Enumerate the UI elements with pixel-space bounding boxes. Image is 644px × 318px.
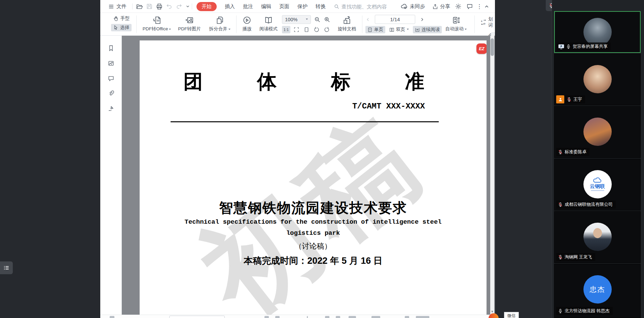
status-bar (100, 315, 495, 318)
word-translate-icon: a中 (480, 19, 487, 25)
collapse-ribbon-icon[interactable] (484, 4, 490, 9)
word-translate-label: 划词 (488, 16, 493, 28)
prev-page-icon[interactable] (365, 17, 371, 22)
tab-protect[interactable]: 保护 (297, 3, 308, 10)
tab-edit[interactable]: 编辑 (261, 3, 271, 10)
participant-tile[interactable]: 忠杰 北方恒达物流园 韩思杰 (554, 264, 641, 318)
participant-name: 王宇 (573, 96, 582, 102)
dropdown-caret-icon (465, 29, 467, 31)
wechat-tooltip: 微信 (504, 312, 519, 318)
search-box[interactable] (334, 0, 392, 13)
split-merge-label: 拆分合并 (209, 26, 227, 32)
auto-scroll-icon (452, 16, 460, 25)
standard-code: T/CAMT XXX-XXXX (352, 102, 425, 111)
sync-status[interactable]: 未同步 (400, 0, 425, 13)
pdf-to-office-button[interactable]: W PDF转Office (140, 14, 174, 34)
statusbar-note-input[interactable] (169, 316, 225, 318)
tab-annotate[interactable]: 批注 (243, 3, 253, 10)
print-icon[interactable] (156, 3, 163, 10)
signature-panel-icon[interactable] (107, 105, 115, 112)
tab-page[interactable]: 页面 (279, 3, 289, 10)
select-tool-button[interactable]: 选择 (111, 24, 132, 31)
tab-home[interactable]: 开始 (196, 2, 217, 11)
split-merge-button[interactable]: 拆分合并 (205, 14, 234, 34)
book-icon (264, 16, 273, 25)
draft-watermark: 初稿 (172, 82, 455, 315)
statusbar-icon[interactable] (275, 316, 280, 318)
title-rule (171, 121, 439, 122)
search-icon (334, 4, 339, 9)
statusbar-icon[interactable] (349, 316, 356, 318)
thumbnails-panel-icon[interactable] (107, 60, 115, 67)
auto-scroll-button[interactable]: 自动滚动 (441, 14, 470, 34)
pdf-to-office-icon: W (152, 16, 161, 25)
divider (236, 15, 237, 33)
rotate-cw-icon[interactable] (322, 26, 331, 33)
actual-size-button[interactable]: 1:1 (282, 26, 290, 33)
rotate-ccw-icon[interactable] (312, 26, 321, 33)
statusbar-zoom-slider[interactable] (371, 316, 380, 318)
continuous-reading-button[interactable]: 连续阅读 (413, 26, 442, 33)
undo-icon[interactable] (166, 3, 173, 10)
hand-tool-button[interactable]: 手型 (111, 15, 132, 22)
hand-icon (113, 16, 119, 22)
bookmarks-panel-icon[interactable] (107, 44, 115, 52)
participant-tile[interactable]: 淘钢网 王龙飞 (554, 211, 641, 263)
document-page[interactable]: 初稿 团 体 标 准 T/CAMT XXX-XXXX 智慧钢铁物流园建设技术要求… (140, 40, 487, 315)
tab-convert[interactable]: 转换 (316, 3, 326, 10)
save-icon[interactable] (146, 3, 153, 10)
more-menu-icon[interactable]: ⋮ (476, 3, 482, 10)
settings-gear-icon[interactable] (455, 3, 462, 10)
dropdown-caret-icon (169, 29, 171, 31)
pdf-to-image-button[interactable]: PDF转图片 (175, 14, 204, 34)
hamburger-icon (108, 4, 114, 9)
double-page-button[interactable]: 双页 (387, 26, 411, 33)
feedback-comment-icon[interactable] (466, 3, 473, 10)
open-file-icon[interactable] (136, 3, 143, 10)
file-menu[interactable]: 文件 (108, 0, 127, 13)
title-char: 准 (405, 69, 424, 95)
vertical-scrollbar[interactable]: ▼ (490, 36, 494, 315)
zoom-in-icon[interactable] (324, 16, 330, 23)
page-indicator-input[interactable] (375, 15, 415, 24)
participant-name: 标准委陈卓 (565, 149, 586, 155)
comments-panel-icon[interactable] (107, 75, 115, 82)
zoom-level-value: 100% (285, 17, 297, 22)
next-page-icon[interactable] (419, 17, 425, 22)
statusbar-icon[interactable] (336, 316, 340, 318)
read-mode-label: 阅读模式 (259, 26, 278, 32)
zoom-level-dropdown[interactable]: 100% (282, 15, 311, 24)
statusbar-icon[interactable] (264, 316, 269, 318)
svg-text:a: a (481, 20, 482, 22)
search-input[interactable] (342, 4, 392, 9)
read-mode-button[interactable]: 阅读模式 (256, 14, 281, 34)
rotate-document-button[interactable]: 旋转文档 (334, 14, 360, 34)
participant-tile[interactable]: 王宇 (554, 54, 641, 105)
tab-insert[interactable]: 插入 (225, 3, 235, 10)
participant-tile[interactable]: 云钢联 成都云钢联物流有限公司 (554, 159, 641, 211)
title-char: 团 (183, 69, 203, 95)
play-button[interactable]: 播放 (238, 14, 256, 34)
redo-icon[interactable] (176, 3, 182, 10)
participant-tile[interactable]: 标准委陈卓 (554, 106, 641, 158)
word-translate-button[interactable]: a中 划词 (478, 15, 495, 29)
zoom-out-icon[interactable] (314, 16, 321, 23)
participant-tile[interactable]: 贺宗春的屏幕共享 (554, 11, 641, 53)
mic-on-icon (566, 44, 571, 49)
attachments-panel-icon[interactable] (107, 90, 115, 97)
single-page-button[interactable]: 单页 (365, 26, 385, 33)
statusbar-icon[interactable] (416, 316, 429, 318)
share-button[interactable]: 分享 (432, 0, 450, 13)
scroll-down-icon[interactable]: ▼ (490, 310, 494, 313)
play-label: 播放 (243, 26, 252, 32)
mic-muted-icon (558, 150, 563, 155)
pdf-brand-badge[interactable]: EZ (476, 43, 487, 54)
fit-page-button[interactable] (302, 26, 311, 33)
statusbar-icon[interactable] (325, 316, 329, 318)
statusbar-icon[interactable] (110, 316, 114, 318)
quick-access-dropdown-icon[interactable] (185, 4, 190, 9)
outline-toggle-button[interactable] (0, 261, 13, 274)
fit-width-button[interactable] (292, 26, 300, 33)
statusbar-icon[interactable] (405, 316, 409, 318)
scrollbar-thumb[interactable] (491, 38, 494, 56)
